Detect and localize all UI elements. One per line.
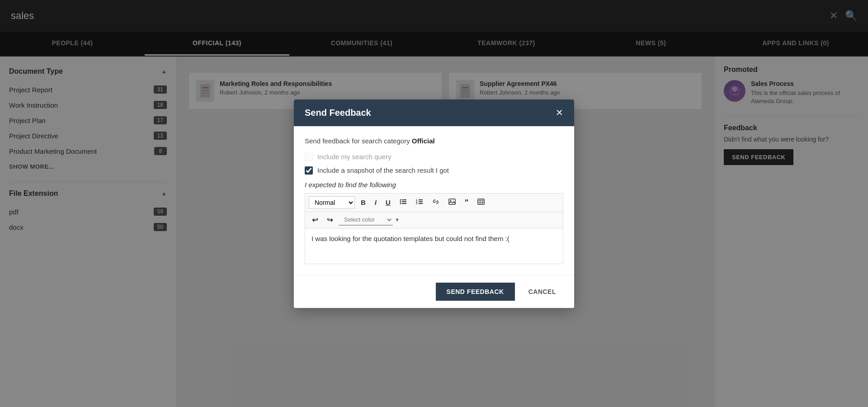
checkbox-row-snapshot: Include a snapshot of the search result … [305,166,563,175]
color-select-wrapper: Select color Red Blue Green ▼ [339,214,400,226]
svg-point-14 [400,203,401,204]
svg-rect-17 [419,199,423,200]
table-button[interactable] [474,197,488,208]
expected-label: I expected to find the following [305,181,563,189]
modal-overlay[interactable]: Send Feedback ✕ Send feedback for search… [0,0,868,407]
format-select[interactable]: Normal Heading 1 Heading 2 Heading 3 [309,196,355,209]
undo-button[interactable]: ↩ [309,214,321,226]
checkbox-row-search-query: Include my search query [305,153,563,161]
include-snapshot-checkbox[interactable] [305,166,313,175]
underline-button[interactable]: U [382,197,394,208]
bold-button[interactable]: B [358,197,369,208]
svg-rect-19 [419,201,423,202]
toolbar-row2: ↩ ↪ Select color Red Blue Green ▼ [305,212,563,228]
link-button[interactable] [429,197,443,208]
toolbar-row1: Normal Heading 1 Heading 2 Heading 3 B I… [305,194,563,212]
svg-point-24 [450,200,451,202]
editor-toolbar: Normal Heading 1 Heading 2 Heading 3 B I… [305,193,563,228]
include-search-query-checkbox[interactable] [305,153,313,161]
send-feedback-modal: Send Feedback ✕ Send feedback for search… [294,99,574,308]
svg-rect-21 [419,203,423,204]
bullet-list-button[interactable] [396,197,410,208]
modal-cancel-button[interactable]: CANCEL [521,283,563,301]
modal-send-feedback-button[interactable]: SEND FEEDBACK [436,283,515,301]
svg-point-12 [400,201,401,203]
color-select-chevron: ▼ [395,217,400,222]
svg-rect-25 [478,199,484,204]
modal-body: Send feedback for search category Offici… [294,126,574,275]
svg-rect-13 [402,201,406,202]
svg-text:3.: 3. [416,202,418,205]
quote-button[interactable]: " [462,197,472,208]
redo-button[interactable]: ↪ [324,214,336,226]
color-select[interactable]: Select color Red Blue Green [339,214,393,226]
include-search-query-label: Include my search query [317,153,391,161]
ordered-list-button[interactable]: 1.2.3. [413,197,426,208]
svg-rect-11 [402,199,406,200]
modal-title: Send Feedback [305,108,371,118]
modal-subtitle-category: Official [412,137,435,145]
svg-point-10 [400,199,401,201]
svg-rect-15 [402,203,406,204]
include-snapshot-label: Include a snapshot of the search result … [317,166,449,174]
modal-close-button[interactable]: ✕ [556,108,563,117]
modal-subtitle: Send feedback for search category Offici… [305,137,563,145]
editor-body[interactable]: I was looking for the quotation template… [305,228,563,264]
modal-subtitle-prefix: Send feedback for search category [305,137,410,145]
image-button[interactable] [445,197,459,208]
modal-footer: SEND FEEDBACK CANCEL [294,275,574,308]
italic-button[interactable]: I [372,197,380,208]
modal-header: Send Feedback ✕ [294,99,574,126]
